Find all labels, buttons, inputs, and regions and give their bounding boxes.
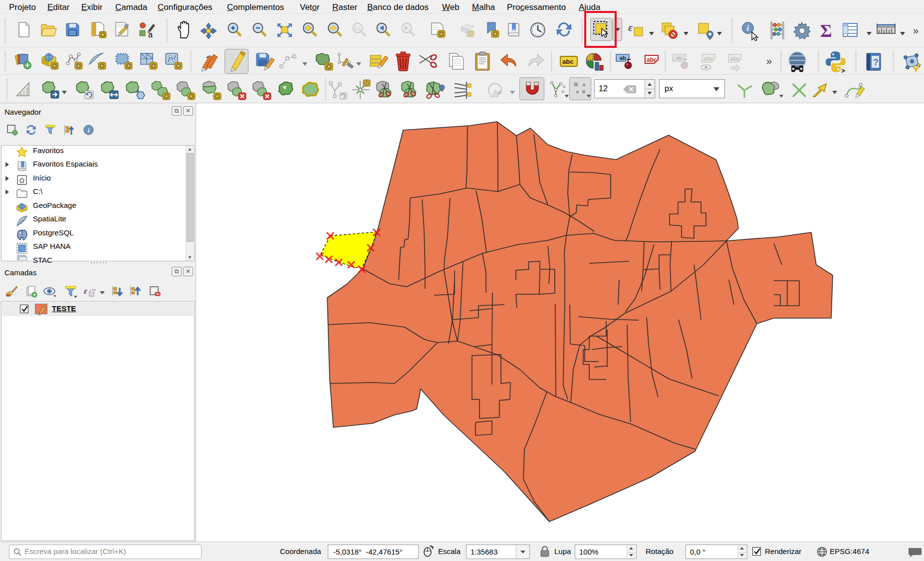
svg-text:Σ: Σ	[820, 21, 832, 40]
svg-text:abc: abc	[647, 56, 657, 63]
svg-text:abc: abc	[730, 55, 740, 62]
svg-text:ab: ab	[620, 55, 626, 61]
svg-text:abc: abc	[562, 58, 573, 65]
svg-text:ε: ε	[628, 21, 633, 33]
svg-text:ε: ε	[84, 286, 87, 296]
svg-text:?: ?	[873, 57, 879, 67]
svg-text:a: a	[148, 30, 153, 38]
svg-text:ab: ab	[676, 55, 683, 61]
svg-text:1:1: 1:1	[354, 26, 361, 31]
svg-text:abc: abc	[703, 55, 714, 62]
svg-text:i: i	[88, 127, 90, 134]
svg-text:i: i	[747, 24, 749, 32]
